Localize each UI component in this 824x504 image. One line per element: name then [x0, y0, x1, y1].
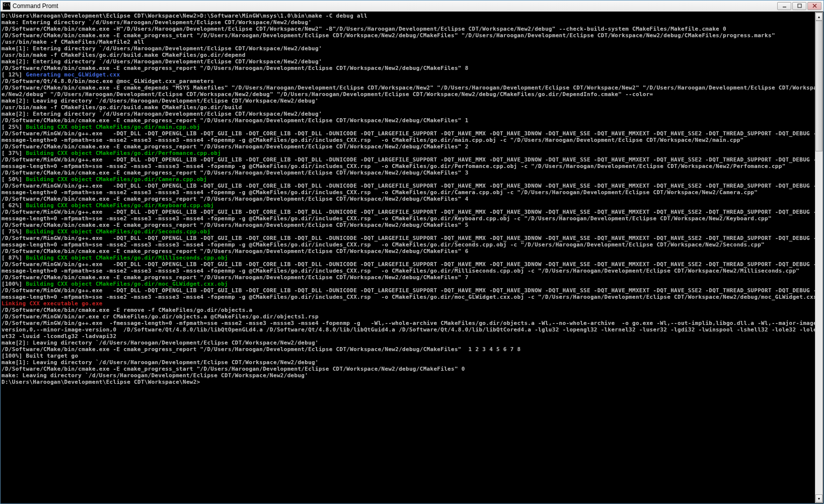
- terminal-line: /D/Software/CMake/bin/cmake.exe -E remov…: [2, 307, 822, 313]
- terminal-line: /D/Software/CMake/bin/cmake.exe -E cmake…: [2, 117, 822, 124]
- svg-rect-1: [798, 4, 801, 8]
- terminal-line: /D/Software/CMake/bin/cmake.exe -E cmake…: [2, 222, 822, 228]
- minimize-button[interactable]: [777, 2, 791, 10]
- terminal-line: /D/Software/MinGW/bin/g++.exe -fmessage-…: [2, 320, 822, 340]
- terminal-line: /D/Software/MinGW/bin/g++.exe -DQT_DLL -…: [2, 156, 822, 170]
- terminal-line: /D/Software/MinGW/bin/g++.exe -DQT_DLL -…: [2, 235, 822, 248]
- terminal-line: [ 50%] Building CXX object CMakeFiles/go…: [2, 176, 822, 183]
- terminal-line: [ 12%] Generating moc_GLWidget.cxx: [2, 71, 822, 78]
- close-icon: [812, 4, 817, 8]
- maximize-icon: [797, 4, 802, 8]
- cmd-icon: [3, 2, 11, 10]
- terminal-line: /usr/bin/make -f CMakeFiles/go.dir/build…: [2, 52, 822, 58]
- terminal-line: [100%] Built target go: [2, 353, 822, 359]
- scroll-down-button[interactable]: ▾: [815, 494, 822, 502]
- scroll-up-button[interactable]: ▴: [815, 13, 822, 21]
- titlebar[interactable]: Command Promt: [1, 1, 823, 12]
- maximize-button[interactable]: [792, 2, 806, 10]
- terminal-line: /D/Software/MinGW/bin/g++.exe -DQT_DLL -…: [2, 183, 822, 196]
- terminal-line: make[2]: Entering directory `/d/Users/Ha…: [2, 111, 822, 117]
- terminal-line: make[1]: Entering directory `/d/Users/Ha…: [2, 45, 822, 52]
- terminal-line: /D/Software/Qt/4.8.0/bin/moc.exe @moc_GL…: [2, 78, 822, 85]
- terminal-line: /D/Software/MinGW/bin/g++.exe -DQT_DLL -…: [2, 287, 822, 300]
- terminal-line: [100%] Building CXX object CMakeFiles/go…: [2, 281, 822, 287]
- terminal-line: /D/Software/CMake/bin/cmake.exe -E cmake…: [2, 346, 822, 353]
- terminal-line: /D/Software/CMake/bin/cmake.exe -E cmake…: [2, 65, 822, 71]
- window-controls: [777, 2, 821, 10]
- command-prompt-window: Command Promt D:\Users\Haroogan\Developm…: [0, 0, 824, 504]
- terminal-line: /D/Software/CMake/bin/cmake.exe -E cmake…: [2, 196, 822, 202]
- terminal-line: [ 87%] Building CXX object CMakeFiles/go…: [2, 255, 822, 261]
- terminal-line: /D/Software/CMake/bin/cmake.exe -E cmake…: [2, 32, 822, 39]
- terminal-line: [ 75%] Building CXX object CMakeFiles/go…: [2, 228, 822, 235]
- terminal-line: /usr/bin/make -f CMakeFiles/go.dir/build…: [2, 104, 822, 111]
- terminal-line: make[2]: Leaving directory `/d/Users/Har…: [2, 98, 822, 104]
- terminal-line: make: Leaving directory `/d/Users/Haroog…: [2, 372, 822, 379]
- terminal-line: /D/Software/MinGW/bin/g++.exe -DQT_DLL -…: [2, 261, 822, 274]
- terminal-line: make[2]: Leaving directory `/d/Users/Har…: [2, 340, 822, 346]
- terminal-line: /D/Software/MinGW/bin/ar.exe cr CMakeFil…: [2, 313, 822, 320]
- terminal-line: [ 62%] Building CXX object CMakeFiles/go…: [2, 202, 822, 209]
- terminal-line: D:\Users\Haroogan\Development\Eclipse CD…: [2, 13, 822, 19]
- terminal-output[interactable]: D:\Users\Haroogan\Development\Eclipse CD…: [1, 12, 823, 503]
- terminal-line: make[2]: Entering directory `/d/Users/Ha…: [2, 58, 822, 65]
- terminal-line: make: Entering directory `/d/Users/Haroo…: [2, 19, 822, 26]
- minimize-icon: [782, 4, 787, 8]
- vertical-scrollbar[interactable]: ▴ ▾: [815, 12, 823, 503]
- terminal-line: /D/Software/CMake/bin/cmake.exe -E cmake…: [2, 85, 822, 98]
- terminal-line: /usr/bin/make -f CMakeFiles/Makefile2 al…: [2, 39, 822, 45]
- window-title: Command Promt: [13, 3, 777, 10]
- terminal-line: /D/Software/MinGW/bin/g++.exe -DQT_DLL -…: [2, 130, 822, 143]
- terminal-line: /D/Software/CMake/bin/cmake.exe -E cmake…: [2, 143, 822, 150]
- terminal-line: [ 25%] Building CXX object CMakeFiles/go…: [2, 124, 822, 130]
- terminal-line: D:\Users\Haroogan\Development\Eclipse CD…: [2, 379, 822, 385]
- close-button[interactable]: [807, 2, 821, 10]
- terminal-line: Linking CXX executable go.exe: [2, 300, 822, 307]
- terminal-line: /D/Software/CMake/bin/cmake.exe -H"/D/Us…: [2, 26, 822, 32]
- scroll-thumb[interactable]: [815, 21, 822, 151]
- terminal-line: [ 37%] Building CXX object CMakeFiles/go…: [2, 150, 822, 156]
- terminal-line: /D/Software/CMake/bin/cmake.exe -E cmake…: [2, 274, 822, 281]
- terminal-line: make[1]: Leaving directory `/d/Users/Har…: [2, 359, 822, 366]
- terminal-line: /D/Software/MinGW/bin/g++.exe -DQT_DLL -…: [2, 209, 822, 222]
- terminal-line: /D/Software/CMake/bin/cmake.exe -E cmake…: [2, 248, 822, 255]
- terminal-line: /D/Software/CMake/bin/cmake.exe -E cmake…: [2, 170, 822, 176]
- terminal-line: /D/Software/CMake/bin/cmake.exe -E cmake…: [2, 366, 822, 372]
